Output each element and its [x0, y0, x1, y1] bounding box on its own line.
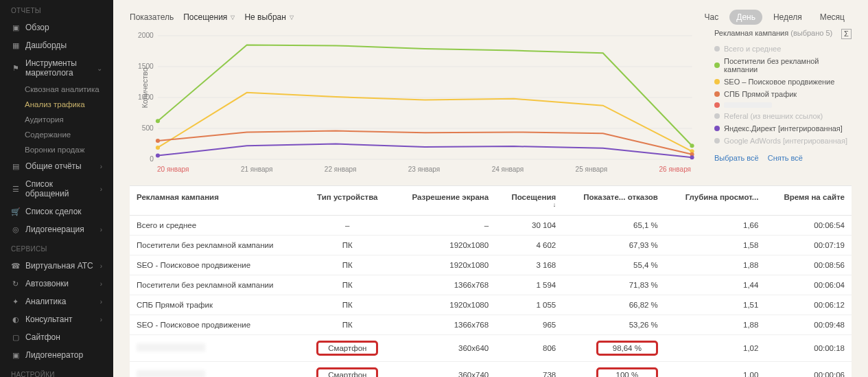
chart-series-line	[158, 131, 692, 155]
chevron-icon: ›	[100, 163, 102, 170]
sort-arrow-icon: ↓	[502, 201, 556, 208]
sidebar-item-label: Лидогенератор	[25, 350, 102, 360]
table-cell: ПК	[304, 275, 391, 295]
table-row[interactable]: СПБ Прямой трафикПК1920x10801 05566,82 %…	[130, 295, 852, 315]
table-cell: ПК	[304, 236, 391, 255]
table-cell: ПК	[304, 295, 391, 315]
legend-clear-all[interactable]: Снять всё	[768, 154, 803, 162]
sidebar-item[interactable]: ▤Общие отчёты›	[0, 157, 113, 175]
legend-item[interactable]: Всего и среднее	[714, 43, 852, 55]
chart-series-line	[158, 93, 692, 152]
table-row[interactable]: SEO - Поисковое продвижениеПК1366x768965…	[130, 315, 852, 335]
sidebar-icon: ✦	[11, 297, 20, 306]
redacted-label	[724, 102, 772, 108]
x-tick-label: 24 января	[492, 165, 524, 173]
time-btn-Месяц[interactable]: Месяц	[813, 10, 852, 25]
table-cell: 1366x768	[391, 275, 495, 295]
metric-dropdown-2[interactable]: Не выбран ▽	[244, 12, 294, 22]
x-tick-label: 23 января	[408, 165, 440, 173]
legend-item[interactable]: Google AdWords [интегрированная]	[714, 135, 852, 147]
sidebar-icon: ⚑	[11, 64, 20, 73]
sidebar-subitem[interactable]: Содержание	[0, 127, 113, 142]
chevron-icon: ⌄	[97, 65, 102, 72]
table-header[interactable]: Разрешение экрана	[391, 186, 495, 216]
table-cell: 3 168	[495, 255, 563, 275]
table-row[interactable]: Смартфон360x740738100 %1,0000:00:06	[130, 362, 852, 378]
table-cell: 30 104	[495, 216, 563, 236]
table-row[interactable]: Посетители без рекламной кампанииПК1366x…	[130, 275, 852, 295]
table-header[interactable]: Показате... отказов	[563, 186, 665, 216]
table-cell: 00:06:12	[765, 295, 852, 315]
metric-dropdown-1[interactable]: Посещения ▽	[183, 12, 235, 22]
sidebar-item[interactable]: ▦Дашборды	[0, 36, 113, 54]
table-cell: 100 %	[563, 362, 665, 378]
table-cell: 1366x768	[391, 315, 495, 335]
table-cell: 1 055	[495, 295, 563, 315]
sigma-button[interactable]: Σ	[841, 29, 852, 39]
table-header[interactable]: Рекламная кампания	[130, 186, 304, 216]
time-btn-Час[interactable]: Час	[698, 10, 726, 25]
table-cell: 965	[495, 315, 563, 335]
sidebar-item-label: Лидогенерация	[25, 225, 95, 234]
chart-series-line	[158, 45, 692, 146]
sidebar-subitem[interactable]: Аудитория	[0, 112, 113, 127]
sidebar-item[interactable]: 🛒Список сделок	[0, 203, 113, 220]
table-header[interactable]: Время на сайте	[765, 186, 852, 216]
table-row[interactable]: Всего и среднее––30 10465,1 %1,6600:06:5…	[130, 216, 852, 236]
x-tick-label: 20 января	[157, 165, 189, 173]
sidebar-item[interactable]: ◐Консультант›	[0, 310, 113, 328]
sidebar-subitem[interactable]: Сквозная аналитика	[0, 82, 113, 97]
table-row[interactable]: Смартфон360x64080698,64 %1,0200:00:18	[130, 335, 852, 362]
legend-select-all[interactable]: Выбрать всё	[714, 154, 759, 162]
table-cell	[130, 335, 304, 362]
sidebar-item[interactable]: ◎Лидогенерация›	[0, 220, 113, 238]
legend-actions: Выбрать всё Снять всё	[714, 154, 852, 162]
legend-item[interactable]: SEO – Поисковое продвижение	[714, 76, 852, 88]
x-tick-label: 21 января	[241, 165, 272, 173]
table-header[interactable]: Тип устройства	[304, 186, 391, 216]
legend-color-dot	[714, 126, 720, 131]
legend-item[interactable]: Referal (из внешних ссылок)	[714, 110, 852, 122]
table-header[interactable]: Посещения↓	[495, 186, 563, 216]
sidebar-item[interactable]: ↻Автозвонки›	[0, 275, 113, 293]
svg-point-12	[156, 146, 160, 150]
table-cell: SEO - Поисковое продвижение	[130, 255, 304, 275]
table-cell	[130, 362, 304, 378]
legend-item[interactable]: Посетители без рекламной кампании	[714, 55, 852, 76]
sidebar-subitem[interactable]: Воронки продаж	[0, 142, 113, 157]
table-cell: 00:06:54	[765, 216, 852, 236]
table-cell: 00:07:19	[765, 236, 852, 255]
legend-item[interactable]: Яндекс.Директ [интегрированная]	[714, 122, 852, 135]
sidebar: ОТЧЕТЫ ▣Обзор▦Дашборды⚑Инструменты марке…	[0, 0, 113, 377]
sidebar-item[interactable]: ▢Сайтфон	[0, 328, 113, 346]
table-row[interactable]: Посетители без рекламной кампанииПК1920x…	[130, 236, 852, 255]
chevron-down-icon: ▽	[290, 14, 294, 21]
table-cell: 00:09:48	[765, 315, 852, 335]
legend-item-label: Referal (из внешних ссылок)	[724, 112, 823, 120]
svg-text:500: 500	[142, 124, 154, 132]
metric-value-1: Посещения	[183, 12, 227, 22]
sidebar-item[interactable]: ▣Лидогенератор	[0, 346, 113, 364]
chevron-icon: ›	[100, 185, 102, 193]
legend-title: Рекламная кампания (выбрано 5) Σ	[714, 29, 852, 37]
sidebar-item[interactable]: ⚑Инструменты маркетолога⌄	[0, 54, 113, 82]
time-btn-Неделя[interactable]: Неделя	[766, 10, 809, 25]
sidebar-item-label: Список сделок	[25, 207, 102, 216]
legend-item[interactable]	[714, 100, 852, 110]
table-cell: Посетители без рекламной кампании	[130, 275, 304, 295]
sidebar-icon: ▢	[11, 333, 20, 342]
sidebar-subitem[interactable]: Анализ трафика	[0, 97, 113, 112]
sidebar-item[interactable]: ▣Обзор	[0, 19, 113, 36]
legend-item[interactable]: СПБ Прямой трафик	[714, 88, 852, 100]
table-cell: 00:00:18	[765, 335, 852, 362]
sidebar-item[interactable]: ☰Список обращений›	[0, 175, 113, 203]
table-row[interactable]: SEO - Поисковое продвижениеПК1920x10803 …	[130, 255, 852, 275]
sidebar-item[interactable]: ✦Аналитика›	[0, 293, 113, 310]
legend-color-dot	[714, 46, 720, 52]
table-cell: 806	[495, 335, 563, 362]
time-btn-День[interactable]: День	[729, 10, 762, 25]
sidebar-icon: ◐	[11, 315, 20, 324]
sidebar-section-reports: ОТЧЕТЫ	[0, 0, 113, 19]
table-header[interactable]: Глубина просмот...	[665, 186, 766, 216]
sidebar-item[interactable]: ☎Виртуальная АТС›	[0, 257, 113, 275]
